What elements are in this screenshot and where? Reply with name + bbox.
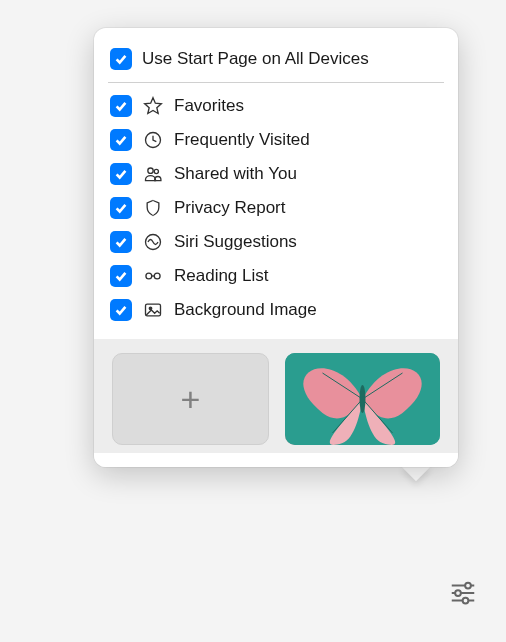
privacy-report-label: Privacy Report (174, 198, 285, 218)
option-privacy-report: Privacy Report (108, 191, 444, 225)
add-background-tile[interactable]: + (112, 353, 269, 445)
svg-point-6 (154, 273, 160, 279)
svg-marker-0 (145, 98, 162, 114)
sliders-icon (448, 578, 478, 608)
star-icon (142, 95, 164, 117)
frequently-visited-label: Frequently Visited (174, 130, 310, 150)
start-page-settings-popover: Use Start Page on All Devices Favorites … (94, 28, 458, 467)
svg-point-3 (154, 169, 158, 173)
siri-icon (142, 231, 164, 253)
clock-icon (142, 129, 164, 151)
option-background-image: Background Image (108, 293, 444, 327)
siri-suggestions-label: Siri Suggestions (174, 232, 297, 252)
background-thumbnails-row: + (94, 339, 458, 467)
reading-list-checkbox[interactable] (110, 265, 132, 287)
privacy-report-checkbox[interactable] (110, 197, 132, 219)
reading-list-label: Reading List (174, 266, 269, 286)
use-start-page-label: Use Start Page on All Devices (142, 49, 369, 69)
svg-point-16 (455, 590, 461, 596)
shared-with-you-label: Shared with You (174, 164, 297, 184)
option-frequently-visited: Frequently Visited (108, 123, 444, 157)
checkmark-icon (114, 99, 128, 113)
svg-point-17 (463, 598, 469, 604)
checkmark-icon (114, 52, 128, 66)
checkmark-icon (114, 133, 128, 147)
favorites-label: Favorites (174, 96, 244, 116)
option-siri-suggestions: Siri Suggestions (108, 225, 444, 259)
shield-icon (142, 197, 164, 219)
butterfly-thumbnail-art (285, 353, 440, 445)
option-reading-list: Reading List (108, 259, 444, 293)
shared-with-you-checkbox[interactable] (110, 163, 132, 185)
use-start-page-row: Use Start Page on All Devices (108, 42, 444, 82)
siri-suggestions-checkbox[interactable] (110, 231, 132, 253)
frequently-visited-checkbox[interactable] (110, 129, 132, 151)
option-favorites: Favorites (108, 89, 444, 123)
checkmark-icon (114, 303, 128, 317)
glasses-icon (142, 265, 164, 287)
checkmark-icon (114, 235, 128, 249)
plus-icon: + (181, 382, 201, 416)
checkmark-icon (114, 167, 128, 181)
option-shared-with-you: Shared with You (108, 157, 444, 191)
background-image-label: Background Image (174, 300, 317, 320)
svg-point-15 (465, 583, 471, 589)
people-icon (142, 163, 164, 185)
divider (108, 82, 444, 83)
background-preset-butterfly[interactable] (285, 353, 440, 445)
customize-start-page-button[interactable] (442, 572, 484, 614)
use-start-page-checkbox[interactable] (110, 48, 132, 70)
favorites-checkbox[interactable] (110, 95, 132, 117)
image-icon (142, 299, 164, 321)
checkmark-icon (114, 201, 128, 215)
checkmark-icon (114, 269, 128, 283)
background-image-checkbox[interactable] (110, 299, 132, 321)
svg-point-5 (146, 273, 152, 279)
svg-point-11 (360, 385, 366, 413)
svg-point-2 (148, 168, 153, 173)
